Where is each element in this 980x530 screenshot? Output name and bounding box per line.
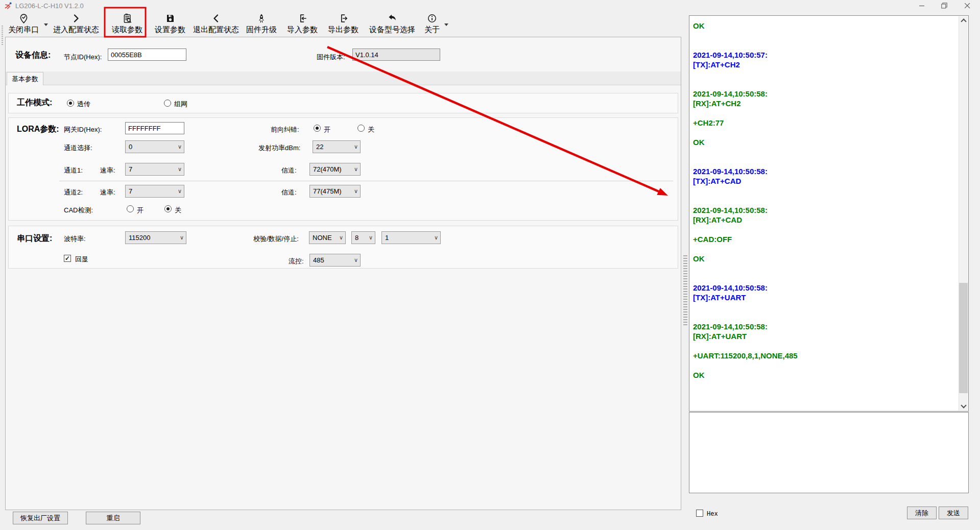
log-line: 2021-09-14,10:50:58: <box>693 89 957 99</box>
log-line: +CAD:OFF <box>693 234 957 244</box>
toolbar-button-exit-config[interactable]: 退出配置状态 <box>191 12 241 36</box>
gateway-id-input[interactable] <box>125 122 184 134</box>
fec-label: 前向纠错: <box>271 125 299 134</box>
toolbar-label: 读取参数 <box>112 25 142 35</box>
chevron-down-icon: ∨ <box>178 234 186 241</box>
log-scrollbar[interactable] <box>959 16 968 411</box>
log-output[interactable]: OK 2021-09-14,10:50:57: [TX]:AT+CH2 2021… <box>689 15 969 412</box>
work-mode-label: 工作模式: <box>17 98 52 108</box>
echo-checkbox[interactable]: ✓ <box>64 255 71 262</box>
hex-checkbox[interactable] <box>696 510 703 517</box>
restore-button[interactable] <box>937 0 952 11</box>
chevron-left-icon <box>211 12 221 25</box>
radio-network-mode[interactable] <box>164 100 171 107</box>
radio-cad-off[interactable] <box>164 205 172 212</box>
data-bits-dropdown[interactable]: 8∨ <box>351 231 375 244</box>
chevron-down-icon: ∨ <box>367 234 375 241</box>
window-title: LG206-L-C-H10 V1.2.0 <box>15 2 84 10</box>
baud-rate-dropdown[interactable]: 115200∨ <box>125 231 186 244</box>
channel-select-dropdown[interactable]: 0∨ <box>125 140 184 153</box>
firmware-version-input <box>352 49 440 61</box>
toolbar-button-export-params[interactable]: 导出参数 <box>323 12 364 36</box>
log-lines: OK 2021-09-14,10:50:57: [TX]:AT+CH2 2021… <box>693 21 957 380</box>
toolbar-button-read-params[interactable]: 读取参数 <box>105 12 149 36</box>
toolbar-dropdown-arrow[interactable] <box>444 23 448 26</box>
channel1-channel-dropdown[interactable]: 72(470M)∨ <box>309 163 361 176</box>
toolbar-label: 关闭串口 <box>8 25 39 35</box>
clear-button[interactable]: 清除 <box>907 507 937 519</box>
log-line <box>693 147 957 157</box>
log-line <box>693 69 957 79</box>
log-line: [TX]:AT+CAD <box>693 176 957 186</box>
send-input[interactable] <box>689 412 969 493</box>
log-line: [TX]:AT+UART <box>693 293 957 302</box>
app-window: LG206-L-C-H10 V1.2.0 关闭串口 <box>0 0 980 530</box>
send-input-area <box>689 412 969 493</box>
reboot-button[interactable]: 重启 <box>86 512 140 524</box>
log-line <box>693 341 957 351</box>
echo-label: 回显 <box>75 255 88 264</box>
toolbar-button-model-select[interactable]: 设备型号选择 <box>364 12 421 36</box>
stop-bits-dropdown[interactable]: 1∨ <box>381 231 441 244</box>
scroll-up-arrow[interactable] <box>959 16 968 25</box>
log-line <box>693 157 957 166</box>
network-mode-label: 组网 <box>174 100 187 109</box>
node-id-label: 节点ID(Hex): <box>64 53 102 62</box>
channel2-rate-dropdown[interactable]: 7∨ <box>125 185 184 198</box>
cad-off-label: 关 <box>175 206 181 215</box>
tx-power-label: 发射功率dBm: <box>258 143 300 153</box>
chevron-down-icon: ∨ <box>432 234 440 241</box>
chevron-down-icon: ∨ <box>176 166 184 173</box>
export-arrow-icon <box>338 12 348 25</box>
log-line <box>693 360 957 370</box>
scroll-down-arrow[interactable] <box>959 402 968 411</box>
toolbar-label: 设备型号选择 <box>369 25 415 35</box>
divider <box>59 181 673 181</box>
factory-reset-button[interactable]: 恢复出厂设置 <box>13 512 68 524</box>
tab-basic-params[interactable]: 基本参数 <box>7 72 43 85</box>
chevron-down-icon: ∨ <box>176 188 184 195</box>
radio-transparent-mode[interactable] <box>67 100 74 107</box>
radio-fec-off[interactable] <box>357 125 365 132</box>
tab-label: 基本参数 <box>12 75 38 84</box>
toolbar-label: 导出参数 <box>328 25 358 35</box>
radio-fec-on[interactable] <box>314 125 321 132</box>
channel2-label: 通道2: <box>64 188 83 197</box>
log-line <box>693 225 957 234</box>
work-mode-group <box>8 93 678 113</box>
save-floppy-icon <box>165 12 175 25</box>
toolbar-label: 导入参数 <box>287 25 318 35</box>
toolbar-button-firmware-upgrade[interactable]: 固件升级 <box>241 12 282 36</box>
flow-control-dropdown[interactable]: 485∨ <box>309 254 361 267</box>
log-line: OK <box>693 21 957 31</box>
minimize-button[interactable] <box>914 0 929 11</box>
log-line <box>693 312 957 322</box>
toolbar-button-enter-config[interactable]: 进入配置状态 <box>51 12 101 36</box>
title-bar: LG206-L-C-H10 V1.2.0 <box>0 0 980 11</box>
node-id-input[interactable] <box>108 49 186 61</box>
radio-cad-on[interactable] <box>127 205 134 212</box>
tx-power-dropdown[interactable]: 22∨ <box>313 140 361 153</box>
lora-params-label: LORA参数: <box>17 124 59 135</box>
toolbar-grip <box>2 26 3 45</box>
toolbar-button-close-serial[interactable]: 关闭串口 <box>4 12 43 36</box>
parity-dropdown[interactable]: NONE∨ <box>309 231 346 244</box>
chevron-right-icon <box>71 12 81 25</box>
toolbar-dropdown-arrow[interactable] <box>44 23 48 26</box>
read-params-doc-magnifier-icon <box>122 12 133 25</box>
panel-splitter[interactable] <box>683 255 687 327</box>
import-arrow-icon <box>297 12 307 25</box>
channel2-channel-dropdown[interactable]: 77(475M)∨ <box>309 185 361 198</box>
log-line <box>693 79 957 89</box>
toolbar-button-about[interactable]: 关于 <box>421 12 443 36</box>
log-line: [RX]:AT+CH2 <box>693 99 957 108</box>
fec-on-label: 开 <box>324 125 330 134</box>
close-button[interactable] <box>960 0 975 11</box>
chevron-down-icon: ∨ <box>352 188 360 195</box>
scrollbar-thumb[interactable] <box>959 283 968 393</box>
app-logo-icon <box>5 2 13 12</box>
send-button[interactable]: 发送 <box>939 507 968 519</box>
toolbar-button-import-params[interactable]: 导入参数 <box>282 12 323 36</box>
channel1-rate-dropdown[interactable]: 7∨ <box>125 163 184 176</box>
toolbar-button-set-params[interactable]: 设置参数 <box>149 12 191 36</box>
